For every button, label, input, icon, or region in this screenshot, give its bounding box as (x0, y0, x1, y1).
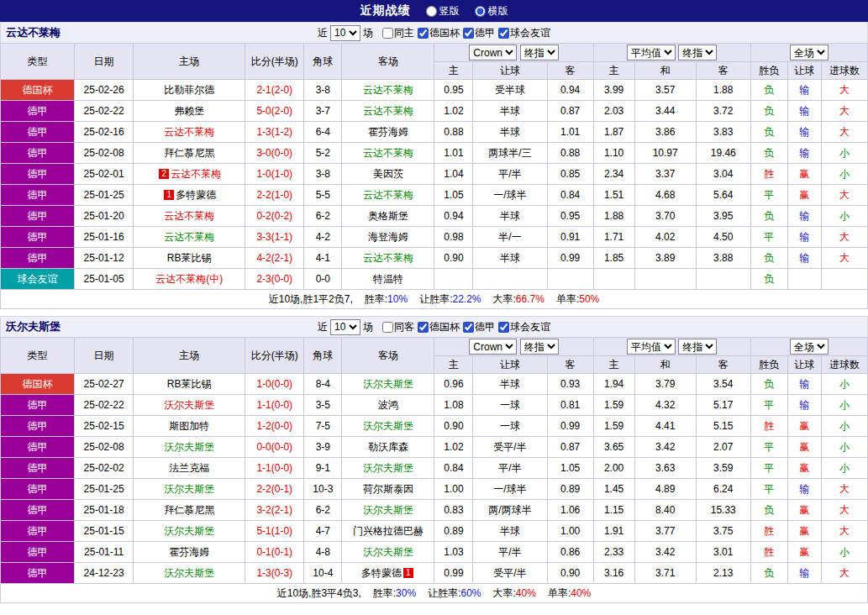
away-team[interactable]: 美因茨 (342, 164, 434, 185)
filter-checkbox[interactable]: 德国杯 (418, 26, 460, 40)
home-team[interactable]: 2云达不莱梅 (134, 164, 245, 185)
filter-checkbox[interactable]: 球会友谊 (498, 320, 550, 334)
score[interactable]: 5-0(2-0) (245, 101, 304, 122)
away-team[interactable]: 霍芬海姆 (342, 122, 434, 143)
score[interactable]: 0-1(0-1) (245, 542, 304, 563)
score[interactable]: 3-2(2-1) (245, 500, 304, 521)
score[interactable]: 1-3(1-2) (245, 122, 304, 143)
away-team[interactable]: 荷尔斯泰因 (342, 479, 434, 500)
score[interactable]: 0-0(0-0) (245, 437, 304, 458)
away-team[interactable]: 沃尔夫斯堡 (342, 458, 434, 479)
away-team[interactable]: 云达不莱梅 (342, 143, 434, 164)
away-team[interactable]: 云达不莱梅 (342, 101, 434, 122)
score[interactable]: 3-3(1-1) (245, 227, 304, 248)
filter-checkbox[interactable]: 球会友谊 (498, 26, 550, 40)
home-team[interactable]: 1多特蒙德 (134, 185, 245, 206)
filter-checkbox-input[interactable] (418, 28, 429, 39)
away-team[interactable]: 云达不莱梅 (342, 80, 434, 101)
vertical-layout-radio-input[interactable] (426, 6, 437, 17)
away-team[interactable]: 特温特 (342, 269, 434, 290)
filter-checkbox-input[interactable] (498, 28, 509, 39)
score[interactable]: 1-0(1-0) (245, 164, 304, 185)
competition-type: 德甲 (1, 143, 75, 164)
home-team[interactable]: 沃尔夫斯堡 (134, 437, 245, 458)
score[interactable]: 3-0(0-0) (245, 143, 304, 164)
score[interactable]: 4-2(2-1) (245, 248, 304, 269)
home-team[interactable]: 弗赖堡 (134, 101, 245, 122)
layout-radio-horizontal[interactable]: 横版 (475, 4, 508, 18)
home-team[interactable]: 云达不莱梅 (134, 206, 245, 227)
euro-away-odds: 2.13 (696, 563, 750, 584)
home-team[interactable]: 云达不莱梅 (134, 122, 245, 143)
home-team[interactable]: 拜仁慕尼黑 (134, 500, 245, 521)
result-handicap: 输 (787, 395, 821, 416)
euro-odds-time-select[interactable]: 终指 (678, 339, 717, 355)
horizontal-layout-radio-input[interactable] (475, 6, 486, 17)
home-team[interactable]: 云达不莱梅 (134, 227, 245, 248)
col-header-corner: 角球 (304, 338, 342, 374)
away-team[interactable]: 沃尔夫斯堡 (342, 542, 434, 563)
asian-odds-time-select[interactable]: 终指 (520, 339, 559, 355)
match-row: 德甲 24-12-23 沃尔夫斯堡 1-3(0-3) 10-4 多特蒙德1 0.… (1, 563, 868, 584)
away-team[interactable]: 奥格斯堡 (342, 206, 434, 227)
home-team[interactable]: 比勒菲尔德 (134, 80, 245, 101)
home-team[interactable]: 沃尔夫斯堡 (134, 395, 245, 416)
away-team[interactable]: 沃尔夫斯堡 (342, 374, 434, 395)
away-team[interactable]: 沃尔夫斯堡 (342, 416, 434, 437)
home-team[interactable]: 云达不莱梅(中) (134, 269, 245, 290)
score[interactable]: 2-2(1-0) (245, 185, 304, 206)
match-count-select[interactable]: 10 (330, 25, 360, 41)
home-team[interactable]: 斯图加特 (134, 416, 245, 437)
euro-home-odds: 1.88 (593, 206, 634, 227)
away-team[interactable]: 波鸿 (342, 395, 434, 416)
filter-checkbox[interactable]: 同主 (382, 26, 414, 40)
score[interactable]: 2-2(0-1) (245, 479, 304, 500)
score[interactable]: 1-0(0-0) (245, 374, 304, 395)
filter-checkbox[interactable]: 德甲 (463, 26, 495, 40)
euro-source-select[interactable]: 平均值 (627, 339, 676, 355)
home-team[interactable]: 法兰克福 (134, 458, 245, 479)
bookmaker-select[interactable]: Crown (469, 45, 517, 60)
away-team[interactable]: 云达不莱梅 (342, 185, 434, 206)
score[interactable]: 2-1(2-0) (245, 80, 304, 101)
score[interactable]: 1-1(0-0) (245, 395, 304, 416)
score[interactable]: 1-1(0-0) (245, 458, 304, 479)
filter-checkbox-input[interactable] (382, 322, 393, 333)
home-team[interactable]: 沃尔夫斯堡 (134, 563, 245, 584)
filter-checkbox[interactable]: 同客 (382, 320, 414, 334)
bookmaker-select[interactable]: Crown (469, 339, 517, 355)
away-team[interactable]: 勒沃库森 (342, 437, 434, 458)
scope-select[interactable]: 全场 (790, 45, 829, 60)
filter-checkbox-input[interactable] (498, 322, 509, 333)
score[interactable]: 0-2(0-2) (245, 206, 304, 227)
away-team[interactable]: 多特蒙德1 (342, 563, 434, 584)
scope-select[interactable]: 全场 (790, 339, 829, 355)
layout-radio-vertical[interactable]: 竖版 (426, 4, 460, 18)
filter-checkbox[interactable]: 德甲 (463, 320, 495, 334)
away-team[interactable]: 海登海姆 (342, 227, 434, 248)
away-team[interactable]: 沃尔夫斯堡 (342, 500, 434, 521)
filter-checkbox-input[interactable] (418, 322, 429, 333)
home-team[interactable]: 沃尔夫斯堡 (134, 521, 245, 542)
score[interactable]: 1-2(0-0) (245, 416, 304, 437)
home-team[interactable]: 霍芬海姆 (134, 542, 245, 563)
home-team[interactable]: 拜仁慕尼黑 (134, 143, 245, 164)
home-team[interactable]: RB莱比锡 (134, 374, 245, 395)
score[interactable]: 1-3(0-3) (245, 563, 304, 584)
away-team[interactable]: 云达不莱梅 (342, 248, 434, 269)
filter-checkbox[interactable]: 德国杯 (418, 320, 460, 334)
match-count-select[interactable]: 10 (330, 319, 360, 335)
result-goals: 小 (821, 458, 867, 479)
away-team[interactable]: 门兴格拉德巴赫 (342, 521, 434, 542)
home-team[interactable]: RB莱比锡 (134, 248, 245, 269)
home-team[interactable]: 沃尔夫斯堡 (134, 479, 245, 500)
asian-odds-time-select[interactable]: 终指 (520, 45, 559, 60)
euro-source-select[interactable]: 平均值 (627, 45, 676, 60)
score[interactable]: 5-1(1-0) (245, 521, 304, 542)
score[interactable]: 2-3(0-0) (245, 269, 304, 290)
filter-checkbox-input[interactable] (463, 322, 474, 333)
filter-checkbox-input[interactable] (463, 28, 474, 39)
sub-header-eu-away: 客 (696, 356, 750, 374)
filter-checkbox-input[interactable] (382, 28, 393, 39)
euro-odds-time-select[interactable]: 终指 (678, 45, 717, 60)
